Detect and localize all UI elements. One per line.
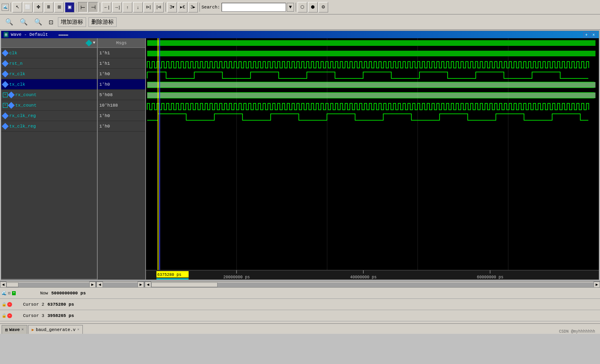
tx_clk_reg-waveform [147,114,588,120]
rx_clk_reg-value: 1'h0 [99,113,110,118]
main-toolbar: 🌊 ↖ ⬜ ✤ Ⅲ ⊞ ▣ ⊢ ⊣ ←| →| ↑ ↓ ⊳| |⊲ 3▾ ▸€ … [0,0,600,14]
rx_count-expand-btn[interactable]: + [3,93,8,97]
signal-names-panel: ▼ clk rst_n rx_clk tx_cl [1,38,98,280]
rx_clk-signal-icon [2,70,9,77]
watermark: CSDN @myhhhhhhh [559,329,595,334]
search-input[interactable] [222,3,286,12]
rx_count-waveform [147,82,596,88]
cursor3-red-icon: − [7,313,12,318]
sep3 [100,3,100,12]
nav-down-btn[interactable]: ↓ [133,2,143,12]
search-settings-btn[interactable]: ⚙ [318,2,328,12]
tx_clk_reg-signal-name: tx_clk_reg [9,124,36,129]
signal-row-rx_clk_reg[interactable]: rx_clk_reg [1,111,97,121]
cursor3-icons: 🔒 − [2,313,12,318]
signal-area: ▼ clk rst_n rx_clk tx_cl [1,38,599,280]
tx_clk-value-row: 1'h0 [98,79,145,90]
cursor3-label: Cursor 3 [15,313,47,318]
step-back-btn[interactable]: 3▸ [188,2,198,12]
delete-cursor-label[interactable]: 删除游标 [88,17,117,27]
signal-row-clk[interactable]: clk [1,48,97,58]
zoom-full-btn[interactable]: 🔍 [32,16,44,28]
scroll-track3[interactable] [151,282,594,287]
scroll-track1[interactable] [6,282,89,287]
status-bar: 🌊 ⊞ + Now 5000000000 ps 🔒 − Cursor 2 637… [0,287,600,323]
tx_count-signal-icon [8,102,15,109]
wave-window: ▤ Wave - Default ▬▬▬▬ + × ▼ [1,31,599,280]
zoom-in-step-btn[interactable]: 3▾ [167,2,177,12]
search-prev-btn[interactable]: ⬡ [298,2,307,12]
scroll-track2[interactable] [103,282,138,287]
rx_clk_reg-signal-icon [2,112,9,119]
cursor-mode-btn1[interactable]: ⊢ [78,2,88,12]
nav-right-btn[interactable]: →| [112,2,122,12]
wave-icon-btn[interactable]: 🌊 [2,4,9,11]
wave-window-title: Wave - Default [11,32,48,37]
header-arrow-icon: ▼ [93,41,95,45]
tx_count-expand-btn[interactable]: + [3,103,8,108]
zoom-in-btn[interactable]: 🔍 [3,16,15,28]
insert-btn[interactable]: Ⅲ [44,2,53,12]
add-cursor-label[interactable]: 增加游标 [58,17,86,27]
main-scrollbar-area: ◀ ▶ ◀ ▶ ◀ ▶ [0,281,600,287]
signal-scroll-line [1,279,97,280]
cursor2-lock-icon: 🔒 [2,302,6,307]
measure-btn[interactable]: ⊞ [54,2,64,12]
rst_n-signal-name: rst_n [9,61,23,66]
rx_clk_reg-signal-name: rx_clk_reg [9,113,36,118]
search-dropdown-btn[interactable]: ▼ [287,3,294,12]
nav-left-btn[interactable]: ←| [102,2,111,12]
signal-names-header: ▼ [1,38,97,48]
signal-row-rx_clk[interactable]: rx_clk [1,69,97,79]
wave-maximize-btn[interactable]: + [584,32,589,37]
clk-signal-name: clk [9,51,17,56]
wave-tab-label: Wave [9,327,20,332]
rst_n-value-row: 1'h1 [98,58,145,69]
scroll-thumb1[interactable] [6,282,18,287]
rst_n-value: 1'h1 [99,61,110,66]
tick-40M: 40000000 ps [350,275,376,280]
step-btn[interactable]: ▸€ [178,2,187,12]
tick-20M: 20000000 ps [223,275,250,280]
nav-end-btn[interactable]: ⊳| [144,2,153,12]
wave-window-icon: ▤ [4,32,8,37]
expand-btn-tool[interactable]: ✤ [33,2,43,12]
zoom-region-btn[interactable]: ⬜ [23,2,33,12]
waveform-display[interactable]: 20000000 ps 40000000 ps 60000000 ps 6375… [146,38,599,280]
select-tool-btn[interactable]: ↖ [12,2,22,12]
nav-home-btn[interactable]: |⊲ [154,2,164,12]
tx_clk-signal-icon [2,81,9,88]
signal-row-tx_clk[interactable]: tx_clk [1,79,97,90]
rx_clk-value: 1'h0 [99,72,110,76]
wave-scroll-indicator: ▬▬▬▬ [58,33,68,37]
rx_count-value-row: 5'h08 [98,90,145,100]
cursor2-status-row: 🔒 − Cursor 2 6375280 ps [0,299,600,310]
now-status-row: 🌊 ⊞ + Now 5000000000 ps [0,288,600,299]
svg-rect-14 [156,278,189,280]
zoom-fit-btn[interactable]: ⊡ [47,16,55,28]
zoom-out-btn[interactable]: 🔍 [18,16,30,28]
rx_count-signal-name: rx_count [15,93,37,97]
signal-row-rst_n[interactable]: rst_n [1,58,97,69]
wave-tab-close[interactable]: × [21,328,23,332]
scroll-thumb3[interactable] [151,282,218,287]
tab-baud[interactable]: ▶ baud_generate.v × [28,325,83,334]
signal-row-tx_clk_reg[interactable]: tx_clk_reg [1,121,97,132]
rx_clk_reg-value-row: 1'h0 [98,111,145,121]
cursor2-red-icon: − [7,302,12,307]
signal-row-tx_count[interactable]: + tx_count [1,100,97,111]
waveform-signals[interactable] [146,38,599,270]
cursor-mode-btn2[interactable]: ⊣ [88,2,98,12]
baud-tab-close[interactable]: × [77,328,79,332]
cursor2-timeline-tag: 6375280 ps [157,273,181,277]
rx_clk-waveform [147,62,589,68]
tab-wave[interactable]: ▤ Wave × [2,325,27,334]
wave-close-btn[interactable]: × [591,32,596,37]
sub-toolbar: 🔍 🔍 🔍 ⊡ 增加游标 删除游标 [0,14,600,30]
search-next-btn[interactable]: ⬢ [308,2,318,12]
wave-tab-icon: ▤ [5,327,8,332]
nav-up-btn[interactable]: ↑ [123,2,132,12]
signal-values-panel: Msgs 1'h1 1'h1 1'h0 1'h0 5'h08 1 [98,38,146,280]
signal-row-rx_count[interactable]: + rx_count [1,90,97,100]
highlight-btn[interactable]: ▣ [65,2,74,12]
